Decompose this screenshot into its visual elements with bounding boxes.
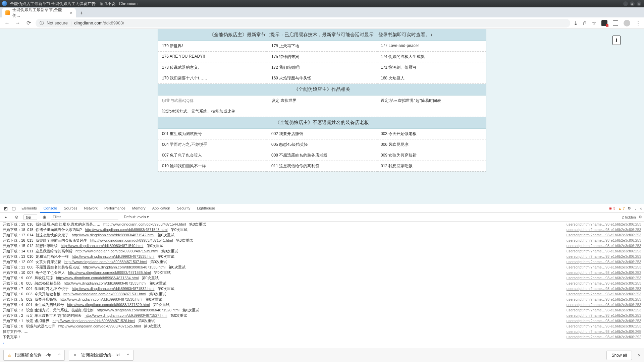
forward-button[interactable]: →	[14, 19, 21, 27]
console-prompt[interactable]: ›	[0, 340, 644, 346]
inspect-icon[interactable]: ◩	[2, 206, 9, 211]
chapter-link[interactable]: 179 新世界!	[158, 41, 267, 52]
browser-tab[interactable]: 全能伪娘店主最新章节,全能伪... ×	[2, 8, 76, 17]
chapter-link[interactable]: 177 Love-and-peace!	[377, 41, 486, 52]
log-url-link[interactable]: http://www.dingdiann.com/ddk89983/487153…	[56, 276, 139, 280]
settings-icon[interactable]: ⚙	[628, 206, 631, 210]
chapter-link[interactable]: 设定:第三虚拟世界"超"简易时间表	[377, 96, 486, 106]
log-url-link[interactable]: http://www.dingdiann.com/ddk89983/487154…	[72, 233, 154, 237]
context-select[interactable]: top	[23, 215, 37, 220]
hidden-count[interactable]: 2 hidden	[622, 215, 636, 219]
bookmark-icon[interactable]: ☆	[592, 20, 596, 26]
devtools-close-icon[interactable]: ×	[640, 206, 642, 210]
chapter-link[interactable]: 176 ARE YOU READY!!	[158, 52, 267, 62]
profile-icon[interactable]	[624, 20, 630, 26]
log-url-link[interactable]: http://www.dingdiann.com/ddk89983/487154…	[90, 238, 173, 242]
chapter-link[interactable]: 009 女孩为何穿短裙	[377, 150, 486, 161]
log-url-link[interactable]: http://www.dingdiann.com/ddk89983/487153…	[63, 292, 146, 296]
log-source-link[interactable]: userscript.html?name…93-e1b6b2e3cf06:253	[567, 243, 641, 248]
log-url-link[interactable]: http://www.dingdiann.com/ddk89983/487152…	[85, 313, 167, 317]
log-source-link[interactable]: userscript.html?name…93-e1b6b2e3cf06:253	[567, 227, 641, 232]
chapter-link[interactable]: 171 惊鸿剑、落雁弓	[377, 62, 486, 73]
url-box[interactable]: ⓘ Not secure | dingdiann.com/ddk89983/	[36, 19, 570, 27]
log-source-link[interactable]: userscript.html?name…93-e1b6b2e3cf06:253	[567, 308, 641, 312]
chapter-link[interactable]: 173 传说武器的意义。	[158, 62, 267, 73]
chapter-link[interactable]: 001 重生成为测试账号	[158, 129, 267, 139]
chapter-link[interactable]: 172 我们结婚吧!	[267, 62, 377, 73]
warning-count[interactable]: ▲ 7	[618, 206, 625, 210]
extension-icon[interactable]: 1	[601, 20, 607, 26]
devtools-tab-network[interactable]: Network	[81, 204, 101, 213]
console-settings-icon[interactable]: ⚙	[639, 215, 642, 219]
log-source-link[interactable]: userscript.html?name…93-e1b6b2e3cf06:253	[567, 286, 641, 291]
log-source-link[interactable]: userscript.html?name…93-e1b6b2e3cf06:253	[567, 259, 641, 264]
download-item[interactable]: ≡ [雷渊凝]全能伪娘....txt ⌃	[69, 350, 133, 361]
devtools-tab-console[interactable]: Console	[40, 204, 60, 213]
chapter-link[interactable]: 169 火焰球魔与牛头怪	[267, 73, 377, 84]
devtools-tab-sources[interactable]: Sources	[60, 204, 80, 213]
error-count[interactable]: ◉ 3	[609, 206, 615, 210]
chapter-link[interactable]: 011 这是我借给你的高利贷	[267, 161, 377, 172]
log-url-link[interactable]: http://www.dingdiann.com/ddk89983/487152…	[58, 324, 141, 328]
log-url-link[interactable]: http://www.dingdiann.com/ddk89983/487153…	[64, 281, 146, 285]
devtools-menu-icon[interactable]: ⋮	[634, 206, 637, 210]
shelf-close-icon[interactable]: ×	[638, 353, 641, 358]
log-url-link[interactable]: http://www.dingdiann.com/ddk89983/487154…	[85, 228, 167, 232]
log-url-link[interactable]: http://www.dingdiann.com/ddk89983/487153…	[60, 297, 142, 301]
chapter-link[interactable]: 168 火焰巨人	[377, 73, 486, 84]
log-source-link[interactable]: userscript.html?name…93-e1b6b2e3cf06:253	[567, 297, 641, 302]
menu-icon[interactable]: ⋮	[636, 20, 641, 26]
chapter-link[interactable]: 175 特殊的来宾	[267, 52, 377, 62]
log-url-link[interactable]: http://www.dingdiann.com/ddk89983/487153…	[68, 270, 151, 275]
chapter-link[interactable]	[377, 106, 486, 117]
device-icon[interactable]: ▢	[10, 206, 17, 211]
chapter-link[interactable]: 178 上天再下地	[267, 41, 377, 52]
download-icon[interactable]: ⤓	[574, 20, 578, 26]
reload-button[interactable]: ⟳	[25, 19, 32, 27]
close-button[interactable]: ×	[637, 1, 641, 6]
chapter-link[interactable]: 010 她和我们画风不一样	[158, 161, 267, 172]
devtools-tab-elements[interactable]: Elements	[18, 204, 40, 213]
log-source-link[interactable]: userscript.html?name…93-e1b6b2e3cf06:253	[567, 254, 641, 259]
devtools-tab-performance[interactable]: Performance	[101, 204, 129, 213]
minimize-button[interactable]: –	[623, 1, 628, 6]
console-sidebar-icon[interactable]: ▸	[2, 215, 9, 220]
log-source-link[interactable]: userscript.html?name…93-e1b6b2e3cf06:253	[567, 292, 641, 296]
log-url-link[interactable]: http://www.dingdiann.com/ddk89983/487152…	[53, 319, 135, 323]
log-source-link[interactable]: userscript.html?name…93-e1b6b2e3cf06:265	[567, 329, 641, 334]
log-url-link[interactable]: http://www.dingdiann.com/ddk89983/487153…	[72, 287, 154, 291]
chevron-up-icon[interactable]: ⌃	[58, 353, 61, 358]
log-url-link[interactable]: http://www.dingdiann.com/ddk89983/487153…	[64, 260, 147, 264]
log-source-link[interactable]: userscript.html?name…93-e1b6b2e3cf06:253	[567, 249, 641, 253]
back-button[interactable]: ←	[3, 19, 11, 27]
chapter-link[interactable]: 174 伪娘的终极人生成就	[377, 52, 486, 62]
chapter-link[interactable]: 职业与武器/QQ群	[158, 96, 267, 106]
chapter-link[interactable]: 003 今天开始做老板	[377, 129, 486, 139]
log-source-link[interactable]: userscript.html?name…93-e1b6b2e3cf06:292	[567, 335, 641, 339]
log-source-link[interactable]: userscript.html?name…93-e1b6b2e3cf06:253	[567, 302, 641, 307]
log-source-link[interactable]: userscript.html?name…93-e1b6b2e3cf06:253	[567, 233, 641, 237]
clear-console-icon[interactable]: ⊘	[13, 215, 20, 220]
chapter-link[interactable]: 007 兔子急了也会咬人	[158, 150, 267, 161]
show-all-button[interactable]: Show all	[606, 351, 632, 360]
log-source-link[interactable]: userscript.html?name…93-e1b6b2e3cf06:253	[567, 276, 641, 280]
chevron-up-icon[interactable]: ⌃	[126, 353, 130, 358]
new-tab-button[interactable]: +	[77, 9, 86, 17]
log-source-link[interactable]: userscript.html?name…93-e1b6b2e3cf06:253	[567, 313, 641, 318]
log-source-link[interactable]: userscript.html?name…93-e1b6b2e3cf06:253	[567, 265, 641, 269]
devtools-tab-lighthouse[interactable]: Lighthouse	[194, 204, 218, 213]
log-url-link[interactable]: http://www.dingdiann.com/ddk89983/487152…	[97, 308, 179, 312]
log-url-link[interactable]: http://www.dingdiann.com/ddk89983/487153…	[72, 254, 154, 258]
log-source-link[interactable]: userscript.html?name…93-e1b6b2e3cf06:253	[567, 270, 641, 275]
log-url-link[interactable]: http://www.dingdiann.com/ddk89983/487154…	[103, 222, 186, 226]
maximize-button[interactable]: ◈	[630, 1, 635, 6]
chapter-link[interactable]	[267, 106, 377, 117]
chapter-link[interactable]: 设定:生活方式、元气系统、技能加成比例	[158, 106, 267, 117]
chapter-link[interactable]: 006 风吹屁屁凉	[377, 139, 486, 150]
log-source-link[interactable]: userscript.html?name…93-e1b6b2e3cf06:253	[567, 238, 641, 243]
log-url-link[interactable]: http://www.dingdiann.com/ddk89983/487152…	[67, 303, 150, 307]
chapter-link[interactable]: 设定:虚拟世界	[267, 96, 377, 106]
chapter-link[interactable]: 002 我要开店赚钱	[267, 129, 377, 139]
tab-close-icon[interactable]: ×	[70, 10, 72, 15]
download-item[interactable]: ⚠ [雷渊凝]全能伪....zip ⌃	[3, 350, 65, 361]
